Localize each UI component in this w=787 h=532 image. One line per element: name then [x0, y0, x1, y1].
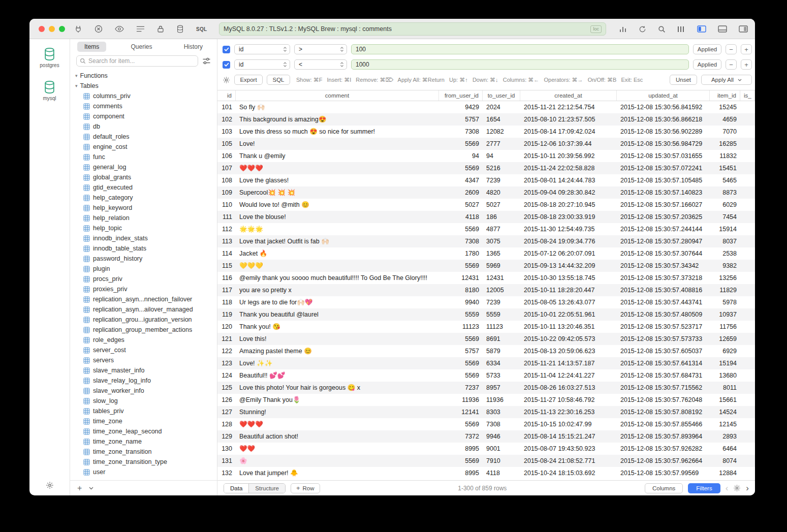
sidebar-table-item[interactable]: time_zone_name: [70, 436, 217, 447]
table-settings-gear-icon[interactable]: [733, 484, 741, 492]
lock-icon[interactable]: [157, 25, 164, 33]
column-header-updated-at[interactable]: updated_at: [617, 90, 710, 101]
table-row[interactable]: 127 Stunning! 12141 8303 2015-11-13 22:3…: [217, 406, 755, 418]
remove-filter-button[interactable]: −: [726, 44, 737, 54]
table-row[interactable]: 120 Thank you! 😘 11123 11123 2015-10-11 …: [217, 321, 755, 333]
table-row[interactable]: 118 Ur legs are to die for🙌🏻💖 9940 7239 …: [217, 296, 755, 308]
sidebar-table-item[interactable]: help_topic: [70, 223, 217, 233]
sidebar-table-item[interactable]: help_category: [70, 193, 217, 203]
applied-button[interactable]: Applied: [693, 44, 721, 54]
table-row[interactable]: 115 💛💛💛 5569 5969 2015-09-13 14:44:32.20…: [217, 260, 755, 272]
sidebar-table-item[interactable]: innodb_index_stats: [70, 233, 217, 243]
toggle-bottom-panel-icon[interactable]: [718, 25, 727, 33]
filter-settings-gear-icon[interactable]: [223, 76, 230, 84]
add-row-button[interactable]: +Row: [291, 483, 320, 493]
table-row[interactable]: 125 Love this photo! Your hair is gorgeo…: [217, 382, 755, 394]
sidebar-search-box[interactable]: [76, 55, 198, 67]
database-icon[interactable]: [176, 25, 184, 33]
chevron-down-icon[interactable]: [89, 487, 93, 490]
sidebar-table-item[interactable]: engine_cost: [70, 142, 217, 152]
column-header-id[interactable]: id: [217, 90, 236, 101]
add-item-button[interactable]: +: [77, 484, 82, 492]
tab-queries[interactable]: Queries: [123, 42, 159, 52]
filter-operator-select[interactable]: <: [294, 59, 347, 70]
sidebar-table-item[interactable]: tables_priv: [70, 406, 217, 416]
column-header-comment[interactable]: comment: [236, 90, 439, 101]
table-row[interactable]: 129 Beautiful action shot! 7372 9946 201…: [217, 430, 755, 443]
filter-enabled-checkbox[interactable]: [223, 46, 230, 53]
table-row[interactable]: 121 Love this! 5569 8691 2015-10-22 09:4…: [217, 333, 755, 345]
search-icon[interactable]: [658, 25, 666, 33]
table-row[interactable]: 110 Would love to! @mith 😊 5027 5027 201…: [217, 199, 755, 211]
table-row[interactable]: 124 Beautiful!! 💕💕 5569 5733 2015-11-04 …: [217, 369, 755, 382]
table-row[interactable]: 128 ❤️❤️❤️ 5569 7308 2015-10-15 10:02:47…: [217, 418, 755, 430]
sidebar-table-item[interactable]: replication_asyn...ailover_managed: [70, 304, 217, 315]
sidebar-table-item[interactable]: func: [70, 152, 217, 162]
filter-enabled-checkbox[interactable]: [223, 61, 230, 69]
export-button[interactable]: Export: [234, 75, 263, 85]
sidebar-table-item[interactable]: general_log: [70, 162, 217, 172]
chart-icon[interactable]: [619, 25, 627, 33]
sidebar-table-item[interactable]: db: [70, 121, 217, 132]
connection-plug-icon[interactable]: [74, 25, 82, 33]
sidebar-table-item[interactable]: time_zone_transition: [70, 447, 217, 457]
table-row[interactable]: 101 So fly 🙌🏻 9429 2024 2015-11-21 22:12…: [217, 101, 755, 113]
filter-operator-select[interactable]: >: [294, 44, 347, 54]
settings-gear-icon[interactable]: [46, 481, 54, 489]
filter-value-input[interactable]: [351, 44, 689, 54]
sidebar-table-item[interactable]: time_zone_transition_type: [70, 457, 217, 467]
sidebar-table-item[interactable]: role_edges: [70, 335, 217, 345]
zoom-window-button[interactable]: [59, 26, 65, 32]
sql-editor-icon[interactable]: SQL: [196, 26, 207, 32]
add-filter-button[interactable]: +: [741, 59, 752, 70]
sidebar-table-item[interactable]: user: [70, 467, 217, 477]
sidebar-table-item[interactable]: innodb_table_stats: [70, 243, 217, 254]
segment-data[interactable]: Data: [224, 484, 248, 493]
sidebar-table-item[interactable]: replication_grou...iguration_version: [70, 315, 217, 325]
sidebar-table-item[interactable]: slow_log: [70, 396, 217, 406]
disconnect-icon[interactable]: [95, 25, 103, 33]
unset-button[interactable]: Unset: [670, 75, 697, 85]
table-row[interactable]: 122 Amazing pastel theme 😊 5757 5879 201…: [217, 345, 755, 357]
columns-button[interactable]: Columns: [645, 483, 683, 493]
table-row[interactable]: 117 you are so pretty x 8180 12005 2015-…: [217, 284, 755, 296]
sidebar-table-item[interactable]: component: [70, 111, 217, 121]
minimize-window-button[interactable]: [49, 26, 55, 32]
sidebar-table-item[interactable]: proxies_priv: [70, 284, 217, 294]
table-row[interactable]: 109 Supercool💥 💥 💥 2609 4820 2015-09-04 …: [217, 186, 755, 199]
close-window-button[interactable]: [39, 26, 45, 32]
sidebar-table-item[interactable]: plugin: [70, 264, 217, 274]
table-row[interactable]: 132 Love that jumper! 🐥 8995 4118 2015-1…: [217, 467, 755, 479]
table-row[interactable]: 112 🌟🌟🌟 5569 4877 2015-11-30 12:54:49.73…: [217, 223, 755, 235]
table-row[interactable]: 105 Love! 5569 2777 2015-12-06 10:37:39.…: [217, 138, 755, 150]
sidebar-table-item[interactable]: procs_priv: [70, 274, 217, 284]
tab-items[interactable]: Items: [77, 42, 106, 52]
table-row[interactable]: 102 This background is amazing😍 5757 165…: [217, 113, 755, 126]
filter-column-select[interactable]: id: [234, 59, 290, 70]
filter-value-input[interactable]: [351, 59, 689, 70]
apply-all-button[interactable]: Apply All: [701, 75, 752, 85]
applied-button[interactable]: Applied: [693, 59, 721, 70]
column-header-item-id[interactable]: item_id: [710, 90, 740, 101]
previous-page-chevron-icon[interactable]: ‹: [726, 483, 729, 493]
sidebar-table-item[interactable]: slave_master_info: [70, 365, 217, 375]
sidebar-table-item[interactable]: slave_relay_log_info: [70, 375, 217, 386]
sidebar-table-item[interactable]: servers: [70, 355, 217, 365]
sidebar-table-item[interactable]: slave_worker_info: [70, 386, 217, 396]
sidebar-table-item[interactable]: replication_group_member_actions: [70, 325, 217, 335]
filters-button[interactable]: Filters: [688, 483, 720, 493]
sidebar-table-item[interactable]: gtid_executed: [70, 182, 217, 193]
sidebar-table-item[interactable]: password_history: [70, 254, 217, 264]
table-row[interactable]: 116 @emily thank you soooo much beautifu…: [217, 272, 755, 284]
connection-title[interactable]: MySQL 8.0.27 : TLSv1.2 : MySQL Brew : my…: [219, 22, 606, 36]
table-row[interactable]: 123 Love! ✨✨ 5569 6334 2015-11-21 14:13:…: [217, 357, 755, 369]
column-header-from-user-id[interactable]: from_user_id: [439, 90, 483, 101]
column-header-to-user-id[interactable]: to_user_id: [483, 90, 520, 101]
sidebar-table-item[interactable]: help_relation: [70, 213, 217, 223]
sidebar-table-item[interactable]: help_keyword: [70, 203, 217, 213]
table-row[interactable]: 108 Love the glasses! 4347 7239 2015-08-…: [217, 174, 755, 186]
next-page-chevron-icon[interactable]: ›: [746, 483, 749, 493]
table-row[interactable]: 119 Thank you beautiful @laurel 5559 555…: [217, 308, 755, 321]
column-header-created-at[interactable]: created_at: [520, 90, 617, 101]
table-row[interactable]: 103 Love this dress so much 😍 so nice fo…: [217, 126, 755, 138]
